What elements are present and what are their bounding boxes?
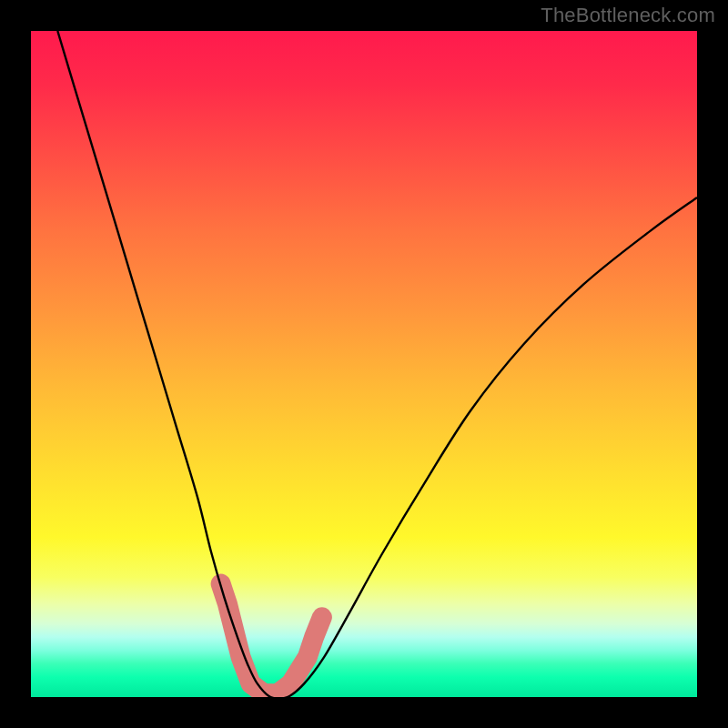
plot-area xyxy=(31,31,697,697)
marker-group xyxy=(221,584,322,694)
bottleneck-curve xyxy=(57,31,697,697)
highlight-markers xyxy=(221,584,322,694)
outer-frame: TheBottleneck.com xyxy=(0,0,728,728)
chart-svg xyxy=(31,31,697,697)
watermark-text: TheBottleneck.com xyxy=(541,4,715,27)
